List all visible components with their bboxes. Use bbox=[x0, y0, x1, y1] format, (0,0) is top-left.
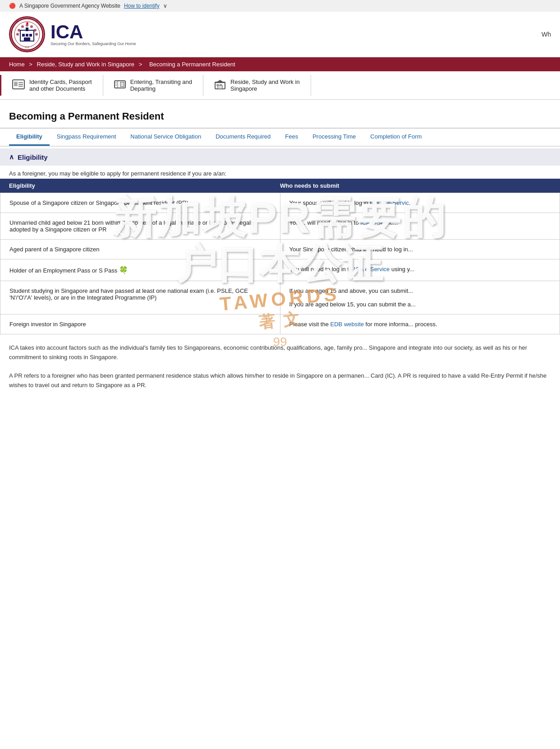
section-title: Eligibility bbox=[18, 153, 48, 161]
breadcrumb: Home > Reside, Study and Work in Singapo… bbox=[0, 57, 560, 71]
sub-section-header: Eligibility Who needs to submit bbox=[0, 179, 560, 193]
ica-eservice-link-1[interactable]: ICA e-Servic bbox=[376, 199, 409, 206]
tab-nav: Eligibility Singpass Requirement Nationa… bbox=[0, 129, 560, 147]
elig-action-3: Your Singapore citizen child will need t… bbox=[280, 240, 560, 259]
elig-category-1: Spouse of a Singapore citizen or Singapo… bbox=[0, 193, 280, 213]
logo-area: ★ ICA ICA Securing Our Borders, Safeguar… bbox=[9, 16, 136, 52]
elig-category-6: Foreign investor in Singapore bbox=[0, 314, 280, 334]
svg-rect-30 bbox=[218, 85, 222, 89]
svg-point-9 bbox=[35, 33, 38, 36]
elig-action-2: Your... will need to log in to ICA e-Ser… bbox=[280, 213, 560, 240]
col-header-eligibility: Eligibility bbox=[9, 182, 280, 189]
elig-category-3: Aged parent of a Singapore citizen bbox=[0, 240, 280, 259]
breadcrumb-current: Becoming a Permanent Resident bbox=[149, 61, 235, 68]
tab-singpass[interactable]: Singpass Requirement bbox=[50, 129, 124, 146]
svg-marker-31 bbox=[215, 80, 225, 83]
table-row: Aged parent of a Singapore citizen Your … bbox=[0, 240, 560, 259]
svg-rect-5 bbox=[29, 34, 32, 37]
svg-point-10 bbox=[18, 29, 20, 32]
footer-text-1: ICA takes into account factors such as t… bbox=[0, 334, 560, 395]
elig-action-4: You will need to log in to ICA e-Service… bbox=[280, 259, 560, 281]
nav-item-entering[interactable]: Entering, Transiting andDeparting bbox=[103, 75, 203, 96]
edb-website-link[interactable]: EDB website bbox=[330, 321, 364, 328]
table-row: Spouse of a Singapore citizen or Singapo… bbox=[0, 193, 560, 213]
col-header-who: Who needs to submit bbox=[280, 182, 551, 189]
svg-text:★: ★ bbox=[25, 21, 29, 26]
ica-logo-text: ICA Securing Our Borders, Safeguarding O… bbox=[50, 23, 136, 46]
svg-text:ICA: ICA bbox=[25, 46, 29, 49]
svg-rect-3 bbox=[22, 34, 25, 37]
table-row: Student studying in Singapore and have p… bbox=[0, 281, 560, 314]
page-title-section: Becoming a Permanent Resident bbox=[0, 100, 560, 128]
svg-point-12 bbox=[21, 25, 24, 28]
content-area: ∧ Eligibility As a foreigner, you may be… bbox=[0, 148, 560, 395]
breadcrumb-home[interactable]: Home bbox=[9, 61, 25, 68]
nav-item-identity-cards-label: Identity Cards, Passportand other Docume… bbox=[29, 79, 92, 92]
svg-point-8 bbox=[16, 33, 19, 36]
breadcrumb-reside[interactable]: Reside, Study and Work in Singapore bbox=[37, 61, 135, 68]
svg-rect-26 bbox=[120, 82, 124, 87]
elig-action-5: If you are aged 15 and above, you can su… bbox=[280, 281, 560, 314]
ica-eservice-link-4[interactable]: ICA e-Service bbox=[354, 266, 390, 273]
svg-point-13 bbox=[30, 25, 33, 28]
svg-rect-6 bbox=[24, 37, 30, 41]
tab-completion[interactable]: Completion of Form bbox=[363, 129, 429, 146]
nav-item-reside-label: Reside, Study and Work inSingapore bbox=[230, 79, 300, 92]
svg-point-11 bbox=[34, 29, 37, 32]
svg-rect-18 bbox=[14, 82, 18, 86]
elig-action-1: Your spouse will need to log in to ICA e… bbox=[280, 193, 560, 213]
table-row: Foreign investor in Singapore Please vis… bbox=[0, 314, 560, 334]
elig-category-2: Unmarried child aged below 21 born withi… bbox=[0, 213, 280, 240]
ica-eservice-link-2[interactable]: ICA e-Servic bbox=[360, 219, 393, 226]
tab-national-service[interactable]: National Service Obligation bbox=[123, 129, 208, 146]
nav-menu: Identity Cards, Passportand other Docume… bbox=[0, 71, 560, 100]
svg-rect-7 bbox=[26, 28, 28, 31]
elig-category-5: Student studying in Singapore and have p… bbox=[0, 281, 280, 314]
collapse-icon[interactable]: ∧ bbox=[9, 153, 14, 161]
gov-bar-text: A Singapore Government Agency Website bbox=[19, 3, 120, 9]
logo-circle: ★ ICA bbox=[9, 16, 45, 52]
elig-category-4: Holder of an Employment Pass or S Pass 🍀 bbox=[0, 259, 280, 281]
table-row: Unmarried child aged below 21 born withi… bbox=[0, 213, 560, 240]
entering-icon bbox=[114, 79, 126, 92]
header: ★ ICA ICA Securing Our Borders, Safeguar… bbox=[0, 12, 560, 57]
svg-rect-4 bbox=[26, 34, 28, 37]
table-row: Holder of an Employment Pass or S Pass 🍀… bbox=[0, 259, 560, 281]
nav-item-identity-cards[interactable]: Identity Cards, Passportand other Docume… bbox=[0, 75, 103, 96]
how-to-identify-link[interactable]: How to identify bbox=[124, 3, 160, 9]
nav-item-reside[interactable]: Reside, Study and Work inSingapore bbox=[203, 75, 311, 96]
identity-cards-icon bbox=[12, 79, 25, 92]
tab-fees[interactable]: Fees bbox=[278, 129, 305, 146]
tab-documents[interactable]: Documents Required bbox=[208, 129, 278, 146]
reside-icon bbox=[214, 79, 226, 92]
section-header-eligibility: ∧ Eligibility bbox=[0, 148, 560, 166]
eligibility-intro: As a foreigner, you may be eligible to a… bbox=[0, 166, 560, 179]
gov-bar: 🔴 A Singapore Government Agency Website … bbox=[0, 0, 560, 12]
tab-processing-time[interactable]: Processing Time bbox=[305, 129, 363, 146]
tab-eligibility[interactable]: Eligibility bbox=[9, 129, 50, 146]
svg-rect-24 bbox=[115, 82, 117, 83]
eligibility-table: Spouse of a Singapore citizen or Singapo… bbox=[0, 193, 560, 334]
nav-right: Wh bbox=[542, 31, 551, 38]
nav-item-entering-label: Entering, Transiting andDeparting bbox=[130, 79, 192, 92]
eligibility-intro-text: As a foreigner, you may be eligible to a… bbox=[9, 170, 551, 177]
page-title: Becoming a Permanent Resident bbox=[9, 111, 551, 122]
lion-icon: 🔴 bbox=[9, 3, 16, 9]
elig-action-6: Please visit the EDB website for more in… bbox=[280, 314, 560, 334]
svg-rect-25 bbox=[115, 84, 117, 86]
